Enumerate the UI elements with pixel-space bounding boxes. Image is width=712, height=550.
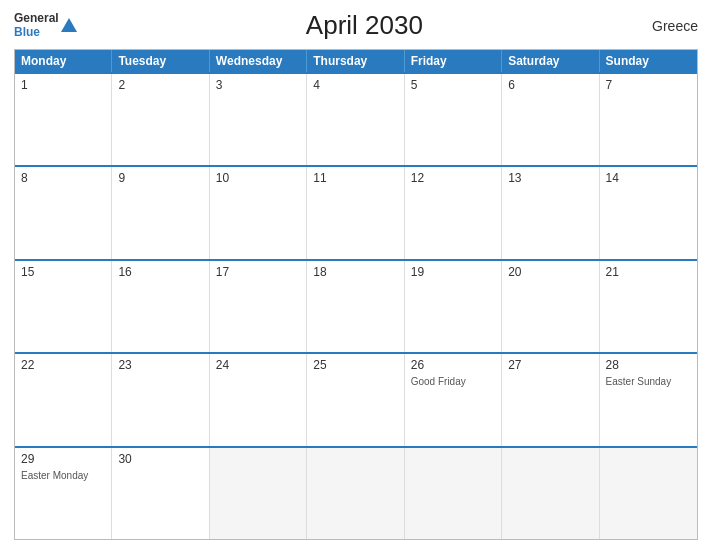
- header-tuesday: Tuesday: [112, 50, 209, 72]
- day-cell-w3-d2: 16: [112, 261, 209, 352]
- calendar: Monday Tuesday Wednesday Thursday Friday…: [14, 49, 698, 540]
- day-cell-w5-d7: [600, 448, 697, 539]
- logo-general-text: General: [14, 12, 59, 25]
- week-row-1: 1234567: [15, 72, 697, 165]
- day-number: 21: [606, 265, 691, 279]
- calendar-title: April 2030: [306, 10, 423, 41]
- day-number: 4: [313, 78, 397, 92]
- day-number: 18: [313, 265, 397, 279]
- day-cell-w1-d2: 2: [112, 74, 209, 165]
- day-number: 11: [313, 171, 397, 185]
- header-friday: Friday: [405, 50, 502, 72]
- day-event: Easter Monday: [21, 470, 105, 481]
- header-monday: Monday: [15, 50, 112, 72]
- day-number: 8: [21, 171, 105, 185]
- week-row-5: 29Easter Monday30: [15, 446, 697, 539]
- day-number: 23: [118, 358, 202, 372]
- day-number: 24: [216, 358, 300, 372]
- day-number: 26: [411, 358, 495, 372]
- day-number: 29: [21, 452, 105, 466]
- day-number: 9: [118, 171, 202, 185]
- day-number: 7: [606, 78, 691, 92]
- week-row-2: 891011121314: [15, 165, 697, 258]
- logo-blue-text: Blue: [14, 26, 59, 39]
- logo-triangle-icon: [61, 18, 77, 32]
- day-cell-w5-d6: [502, 448, 599, 539]
- day-number: 2: [118, 78, 202, 92]
- day-cell-w2-d7: 14: [600, 167, 697, 258]
- day-number: 17: [216, 265, 300, 279]
- day-cell-w2-d6: 13: [502, 167, 599, 258]
- day-cell-w3-d6: 20: [502, 261, 599, 352]
- day-number: 16: [118, 265, 202, 279]
- day-cell-w1-d7: 7: [600, 74, 697, 165]
- header: General Blue April 2030 Greece: [14, 10, 698, 41]
- day-number: 30: [118, 452, 202, 466]
- day-number: 27: [508, 358, 592, 372]
- day-number: 20: [508, 265, 592, 279]
- day-number: 6: [508, 78, 592, 92]
- day-cell-w1-d4: 4: [307, 74, 404, 165]
- day-cell-w5-d2: 30: [112, 448, 209, 539]
- country-label: Greece: [652, 18, 698, 34]
- day-cell-w5-d4: [307, 448, 404, 539]
- header-sunday: Sunday: [600, 50, 697, 72]
- day-cell-w4-d2: 23: [112, 354, 209, 445]
- calendar-body: 1234567891011121314151617181920212223242…: [15, 72, 697, 539]
- week-row-4: 2223242526Good Friday2728Easter Sunday: [15, 352, 697, 445]
- day-event: Good Friday: [411, 376, 495, 387]
- calendar-header: Monday Tuesday Wednesday Thursday Friday…: [15, 50, 697, 72]
- header-wednesday: Wednesday: [210, 50, 307, 72]
- day-number: 5: [411, 78, 495, 92]
- day-cell-w4-d1: 22: [15, 354, 112, 445]
- day-number: 3: [216, 78, 300, 92]
- header-saturday: Saturday: [502, 50, 599, 72]
- day-number: 14: [606, 171, 691, 185]
- day-cell-w4-d7: 28Easter Sunday: [600, 354, 697, 445]
- day-cell-w4-d6: 27: [502, 354, 599, 445]
- day-cell-w2-d2: 9: [112, 167, 209, 258]
- day-event: Easter Sunday: [606, 376, 691, 387]
- day-cell-w2-d1: 8: [15, 167, 112, 258]
- day-cell-w1-d1: 1: [15, 74, 112, 165]
- day-cell-w3-d3: 17: [210, 261, 307, 352]
- page: General Blue April 2030 Greece Monday Tu…: [0, 0, 712, 550]
- day-number: 19: [411, 265, 495, 279]
- day-number: 15: [21, 265, 105, 279]
- day-cell-w2-d5: 12: [405, 167, 502, 258]
- day-cell-w1-d3: 3: [210, 74, 307, 165]
- day-cell-w2-d4: 11: [307, 167, 404, 258]
- day-cell-w3-d4: 18: [307, 261, 404, 352]
- day-cell-w5-d3: [210, 448, 307, 539]
- day-cell-w4-d4: 25: [307, 354, 404, 445]
- day-cell-w5-d5: [405, 448, 502, 539]
- day-cell-w3-d5: 19: [405, 261, 502, 352]
- day-cell-w4-d5: 26Good Friday: [405, 354, 502, 445]
- logo: General Blue: [14, 12, 77, 38]
- week-row-3: 15161718192021: [15, 259, 697, 352]
- day-cell-w1-d5: 5: [405, 74, 502, 165]
- day-number: 12: [411, 171, 495, 185]
- day-cell-w2-d3: 10: [210, 167, 307, 258]
- day-number: 22: [21, 358, 105, 372]
- day-number: 1: [21, 78, 105, 92]
- day-number: 25: [313, 358, 397, 372]
- day-cell-w3-d1: 15: [15, 261, 112, 352]
- day-cell-w1-d6: 6: [502, 74, 599, 165]
- day-cell-w4-d3: 24: [210, 354, 307, 445]
- day-number: 13: [508, 171, 592, 185]
- day-number: 28: [606, 358, 691, 372]
- day-cell-w5-d1: 29Easter Monday: [15, 448, 112, 539]
- header-thursday: Thursday: [307, 50, 404, 72]
- day-cell-w3-d7: 21: [600, 261, 697, 352]
- day-number: 10: [216, 171, 300, 185]
